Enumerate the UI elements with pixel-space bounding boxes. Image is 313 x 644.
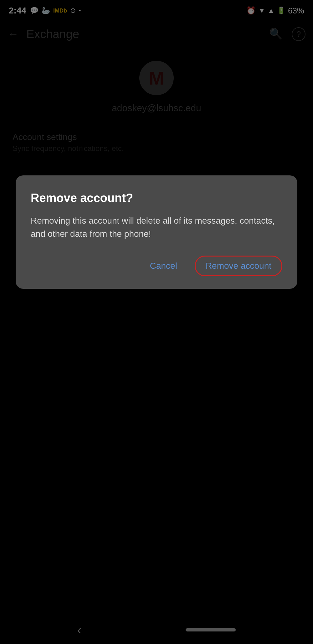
dialog: Remove account? Removing this account wi… [16, 175, 297, 289]
overlay [0, 0, 313, 644]
remove-account-button[interactable]: Remove account [195, 256, 282, 276]
dialog-title: Remove account? [31, 191, 282, 205]
dialog-body: Removing this account will delete all of… [31, 214, 282, 241]
dialog-actions: Cancel Remove account [31, 256, 282, 276]
cancel-button[interactable]: Cancel [145, 258, 182, 274]
